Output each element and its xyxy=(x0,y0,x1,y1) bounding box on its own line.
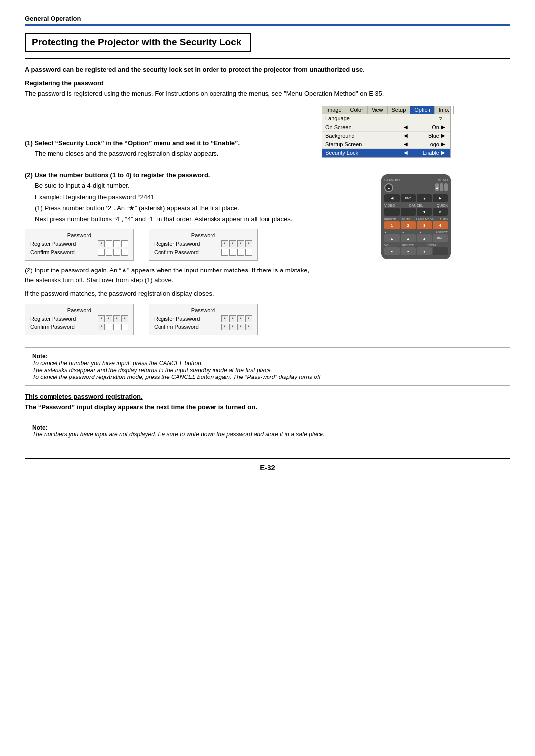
menu-tab-color: Color xyxy=(346,106,368,114)
page-number: E-32 xyxy=(25,458,510,472)
step1-title: (1) Select “Security Lock” in the “Optio… xyxy=(25,139,312,147)
step2-sub2: Example: Registering the password “2441” xyxy=(35,192,312,202)
menu-screenshot: Image Color View Setup Option Info. Lang… xyxy=(322,106,451,158)
register-password-body: The password is registered using the men… xyxy=(25,89,510,99)
menu-tab-setup: Setup xyxy=(388,106,411,114)
step2-title: (2) Use the number buttons (1 to 4) to r… xyxy=(25,171,312,179)
general-operation-label: General Operation xyxy=(25,15,510,22)
menu-row-onscreen: On Screen ◀ On ▶ xyxy=(322,123,450,132)
menu-tab-option: Option xyxy=(410,106,434,114)
note-box-1: Note: To cancel the number you have inpu… xyxy=(25,347,510,386)
main-title-box: Protecting the Projector with the Securi… xyxy=(25,33,251,52)
remote-btn-up-3: ▲ xyxy=(417,234,432,242)
step2-sub3-1: (1) Press number button “2”. An “★” (ast… xyxy=(35,203,312,213)
menu-tab-image: Image xyxy=(322,106,346,114)
menu-row-security: Security Lock ◀ Enable ▶ xyxy=(322,149,450,157)
note2-line1: The numbers you have input are not displ… xyxy=(32,431,324,438)
step2-part2-text: (2) Input the password again. An “★” app… xyxy=(25,266,312,285)
remote-btn-2: 2 xyxy=(401,221,416,229)
step2-part2-text2: If the password matches, the password re… xyxy=(25,289,312,299)
menu-tab-info: Info. xyxy=(435,106,454,114)
note-box-2: Note: The numbers you have input are not… xyxy=(25,419,510,443)
remote-btn-enter: ENT xyxy=(401,194,416,202)
note1-line2: The asterisks disappear and the display … xyxy=(32,367,272,374)
remote-btn-up-2: ▲ xyxy=(401,234,416,242)
remote-btn-vol-down: ▼ xyxy=(384,247,400,255)
remote-btn-aspect: ▼ xyxy=(417,208,432,216)
remote-btn-up-1: ▲ xyxy=(384,234,400,242)
password-boxes-row1: Password Register Password * Confirm Pas… xyxy=(25,229,312,261)
remote-btn-panel: PNL xyxy=(433,234,448,242)
page-title: Protecting the Projector with the Securi… xyxy=(32,37,241,48)
menu-tab-view: View xyxy=(368,106,388,114)
remote-btn-quick-icon: ⚙ xyxy=(433,208,448,216)
remote-btn-zoom-down: ▼ xyxy=(417,247,432,255)
menu-row-startup: Startup Screen ◀ Logo ▶ xyxy=(322,140,450,149)
remote-btn-right: ▶ xyxy=(433,194,448,202)
step2-sub3-2: Next press number buttons “4”, “4” and “… xyxy=(35,215,312,224)
remote-btn-keystone-down: ▼ xyxy=(401,247,416,255)
note1-line3: To cancel the password registration mode… xyxy=(32,374,322,380)
step1-body: The menu closes and the password registr… xyxy=(35,149,312,159)
remote-btn-video xyxy=(384,208,400,216)
remote-btn-cancel xyxy=(401,208,416,216)
remote-btn-empty xyxy=(433,247,448,255)
password-box-2a: Password Register Password * * * * Confi… xyxy=(25,304,134,335)
remote-btn-3: 3 xyxy=(417,221,432,229)
register-password-title: Registering the password xyxy=(25,79,510,87)
menu-row-background: Background ◀ Blue ▶ xyxy=(322,132,450,140)
password-box-1b: Password Register Password * * * * Confi… xyxy=(149,229,258,261)
remote-control: STANDBYMENU ● ▲ ◀ ENT ▼ ▶ VIDEOCANCELQUI… xyxy=(381,174,451,259)
remote-btn-1: 1 xyxy=(384,221,400,229)
blue-divider xyxy=(25,24,510,26)
intro-text: A password can be registered and the sec… xyxy=(25,66,510,73)
completion-body: The “Password” input display appears the… xyxy=(25,402,510,412)
password-box-2b: Password Register Password * * * * Confi… xyxy=(149,304,258,335)
note1-line1: To cancel the number you have input, pre… xyxy=(32,360,203,367)
remote-btn-down: ▼ xyxy=(417,194,432,202)
remote-btn-back: ◀ xyxy=(384,194,400,202)
completion-title: This completes password registration. xyxy=(25,393,510,400)
remote-btn-4: 4 xyxy=(433,221,448,229)
menu-row-language: Language ▿ xyxy=(322,114,450,123)
step2-sub1: Be sure to input a 4-digit number. xyxy=(35,181,312,191)
password-box-1a: Password Register Password * Confirm Pas… xyxy=(25,229,134,261)
password-boxes-row2: Password Register Password * * * * Confi… xyxy=(25,304,312,335)
